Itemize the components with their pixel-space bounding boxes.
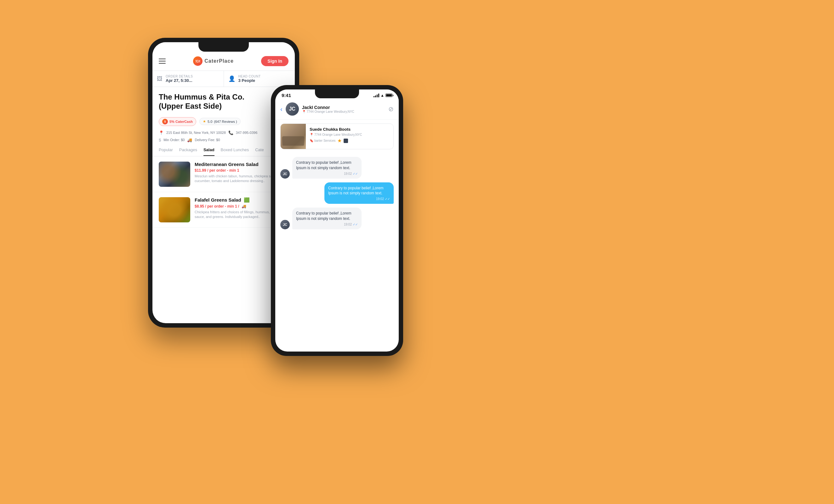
- product-name: Suede Chukka Boots: [310, 127, 390, 132]
- logo-icon: 🍽: [193, 57, 202, 66]
- contact-avatar: JC: [286, 102, 299, 116]
- head-count-icon: 👤: [228, 75, 235, 82]
- msg-time-1: 19:02 ✓✓: [296, 172, 358, 175]
- messages-list: JC Contrary to popular belief ,Lorem Ips…: [275, 153, 399, 233]
- product-tags: 🔖 barter Services ★: [310, 138, 390, 144]
- head-count-section[interactable]: 👤 HEAD COUNT 3 People: [224, 71, 295, 87]
- location-icon: 📍: [159, 130, 164, 135]
- msg-text-2: Contrary to popular belief ,Lorem Ipsum …: [328, 185, 390, 196]
- rating-value: 5.0: [207, 120, 212, 124]
- status-time: 9:41: [282, 93, 291, 98]
- delivery-small-icon: 🚚: [242, 204, 246, 209]
- msg-avatar-1: JC: [280, 169, 290, 179]
- bubble-sent-1: Contrary to popular belief ,Lorem Ipsum …: [324, 182, 394, 204]
- phone2-screen: 9:41 ▲ ‹ JC JackI Connor: [275, 89, 399, 352]
- veg-icon: 🟩: [244, 197, 250, 202]
- phone1-notch: [198, 42, 249, 52]
- product-info: Suede Chukka Boots 📍 7744 Orange Lane We…: [306, 124, 393, 149]
- tab-cate[interactable]: Cate: [255, 148, 264, 156]
- contact-address: 📍 7744 Orange Lane Westbury,NYC: [302, 110, 385, 113]
- order-details-label: ORDER DETAILS: [166, 75, 193, 78]
- order-details-section[interactable]: 🖼 ORDER DETAILS Apr 27, 5:30...: [152, 71, 224, 87]
- read-check-2: ✓✓: [385, 197, 390, 201]
- product-location-icon: 📍: [310, 133, 313, 136]
- tab-salad[interactable]: Salad: [203, 148, 215, 156]
- menu-item-1-image: [159, 161, 190, 187]
- tab-packages[interactable]: Packages: [179, 148, 197, 156]
- order-details-icon: 🖼: [157, 75, 162, 82]
- tab-boxed-lunches[interactable]: Boxed Lunches: [221, 148, 249, 156]
- msg-text-3: Contrary to popular belief ,Lorem Ipsum …: [296, 211, 358, 221]
- msg-time-2: 19:02 ✓✓: [328, 197, 390, 201]
- rating-badge: ★ 5.0 (647 Reviews ): [199, 118, 241, 125]
- msg-avatar-3: JC: [280, 220, 290, 229]
- product-image: [281, 124, 306, 149]
- phone-icon: 📞: [228, 130, 234, 135]
- hamburger-menu-icon[interactable]: [159, 59, 166, 64]
- status-icons: ▲: [374, 93, 392, 97]
- product-card[interactable]: Suede Chukka Boots 📍 7744 Orange Lane We…: [280, 124, 394, 149]
- back-button[interactable]: ‹: [280, 106, 283, 113]
- p1-order-bar: 🖼 ORDER DETAILS Apr 27, 5:30... 👤 HEAD C…: [152, 70, 295, 87]
- contact-name: JackI Connor: [302, 105, 385, 110]
- tag-icon: 🔖: [310, 139, 313, 143]
- restaurant-name: The Hummus & Pita Co. (Upper East Side): [159, 93, 288, 111]
- phone2: 9:41 ▲ ‹ JC JackI Connor: [271, 85, 403, 356]
- msg-text-1: Contrary to popular belief ,Lorem Ipsum …: [296, 160, 358, 171]
- contact-info: JackI Connor 📍 7744 Orange Lane Westbury…: [302, 105, 385, 113]
- cash-badge-icon: $: [162, 119, 168, 125]
- star-rating-icon: ★: [337, 138, 342, 144]
- menu-item-2-image: [159, 197, 190, 222]
- wifi-icon: ▲: [380, 93, 384, 97]
- bubble-received-1: Contrary to popular belief ,Lorem Ipsum …: [292, 157, 361, 179]
- chat-header: ‹ JC JackI Connor 📍 7744 Orange Lane Wes…: [275, 100, 399, 120]
- battery-icon: [386, 93, 392, 97]
- head-count-value: 3 People: [238, 78, 261, 83]
- tab-popular[interactable]: Popular: [159, 148, 173, 156]
- product-address: 📍 7744 Orange Lane Westbury,NYC: [310, 133, 390, 136]
- delivery-icon: 🚚: [187, 138, 192, 143]
- message-2: Contrary to popular belief ,Lorem Ipsum …: [280, 182, 394, 204]
- more-options-icon[interactable]: ⊘: [388, 105, 394, 113]
- min-order-icon: $: [159, 138, 161, 143]
- logo-text: CaterPlace: [204, 58, 234, 64]
- reviews-count: (647 Reviews ): [214, 120, 237, 124]
- bubble-received-3: Contrary to popular belief ,Lorem Ipsum …: [292, 207, 361, 229]
- barter-tag: 🔖 barter Services: [310, 139, 335, 143]
- message-3: JC Contrary to popular belief ,Lorem Ips…: [280, 207, 394, 229]
- tag-box: [344, 138, 348, 143]
- location-pin-icon: 📍: [302, 110, 306, 113]
- msg-time-3: 19:02 ✓✓: [296, 223, 358, 226]
- star-icon: ★: [203, 119, 206, 124]
- p1-logo: 🍽 CaterPlace: [193, 57, 234, 66]
- head-count-label: HEAD COUNT: [238, 75, 261, 78]
- signin-button[interactable]: Sign In: [261, 56, 288, 66]
- read-check-1: ✓✓: [353, 172, 358, 175]
- phone2-notch: [315, 89, 359, 98]
- message-1: JC Contrary to popular belief ,Lorem Ips…: [280, 157, 394, 179]
- cash-badge: $ 5% CaterCash: [159, 117, 196, 126]
- read-check-3: ✓✓: [353, 223, 358, 226]
- signal-icon: [374, 93, 379, 97]
- order-details-value: Apr 27, 5:30...: [166, 78, 193, 83]
